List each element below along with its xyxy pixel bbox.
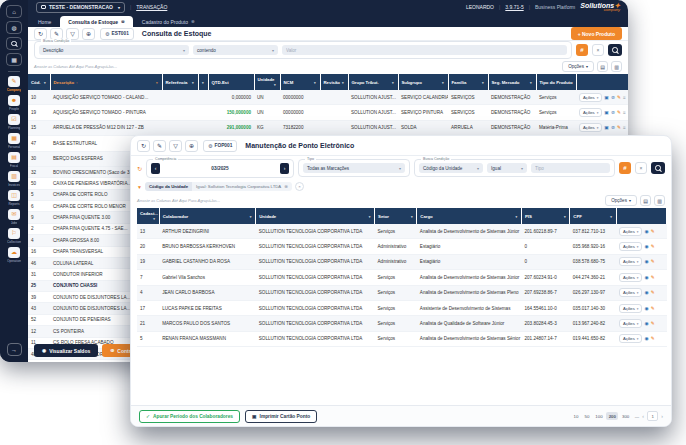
col-unidade[interactable]: Unidade [254,74,280,90]
filter-icon[interactable] [249,214,252,219]
user-button[interactable]: LEONARDO [466,4,494,10]
col-unidade[interactable]: Unidade [256,208,375,224]
col-pis[interactable]: PIS [522,208,570,224]
table-row[interactable]: 17 LUCAS PAPKE DE FREITAS SOLLUTION TECN… [137,300,667,315]
edit-icon[interactable]: ✎ [651,244,655,249]
sidebar-item[interactable]: ◫ Reports [7,190,22,206]
options-button[interactable]: Opções [605,195,637,206]
clear-all-filters-icon[interactable]: × [295,182,304,191]
col-blank[interactable] [198,74,208,90]
filter-icon[interactable] [609,214,612,219]
imprimir-cartao-button[interactable]: ▣Imprimir Cartão Ponto [245,410,317,423]
row-actions-button[interactable]: Ações [579,108,602,117]
view-icon[interactable]: ◉ [644,290,648,295]
filter-icon[interactable] [155,80,158,85]
add-icon[interactable]: ⊕ [185,140,198,152]
edit-icon[interactable]: ✎ [651,275,655,280]
clear-search-button[interactable]: × [635,162,647,174]
page-size-option[interactable]: 100 [593,412,605,420]
search-button[interactable] [608,44,622,56]
table-row[interactable]: 5 RENAN FRANCA MASSMANN SOLLUTION TECNOL… [137,331,667,346]
col-ncm[interactable]: NCM [280,74,320,90]
sidebar-item[interactable]: ▥ Invoices [7,171,22,187]
filter-icon[interactable] [191,80,194,85]
filter-icon[interactable] [410,214,413,219]
col-cpf[interactable]: CPF [570,208,616,224]
edit-icon[interactable]: ✎ [651,306,655,311]
row-actions-button[interactable]: Ações [619,304,642,313]
tab-consulta-estoque[interactable]: Consulta de Estoque ⊗ [60,16,133,27]
search-field-select[interactable]: Código da Unidade [419,163,483,173]
table-row[interactable]: 20 BRUNO BARBOSSA KERKHOVEN SOLLUTION TE… [137,239,667,254]
block-icon[interactable]: ⊘ [611,110,615,115]
col-qtd[interactable]: QTD-Est [208,74,254,90]
advanced-filter-button[interactable]: # [619,162,631,174]
edit-icon[interactable]: ✎ [50,28,63,40]
block-icon[interactable]: ⊘ [611,95,615,100]
page-size-option[interactable]: 200 [606,412,618,420]
row-actions-button[interactable]: Ações [619,242,642,251]
row-actions-button[interactable]: Ações [579,93,602,102]
clear-filter-icon[interactable]: ▽ [66,28,79,40]
table-row[interactable]: 21 MARCOS PAULO DOS SANTOS SOLLUTION TEC… [137,316,667,331]
search-operator-select[interactable]: Igual [487,163,527,173]
row-actions-button[interactable]: Ações [579,123,602,132]
filter-icon[interactable] [368,214,371,219]
search-icon[interactable] [6,37,22,50]
apurar-periodo-button[interactable]: ✓Apurar Período dos Colaboradores [139,410,240,423]
col-seg-mercado[interactable]: Seg. Mercado [488,74,536,90]
view-icon[interactable]: ◉ [644,259,648,264]
view-icon[interactable]: ◉ [644,275,648,280]
apps-icon[interactable]: ▦ [6,53,22,66]
row-actions-button[interactable]: Ações [619,334,642,343]
search-value-input[interactable] [282,45,567,55]
row-actions-button[interactable]: Ações [619,288,642,297]
add-icon[interactable]: ⊕ [82,28,95,40]
copy-icon[interactable]: ▥ [611,61,622,72]
tab-cadastro-produto[interactable]: Cadastro do Produto ⊗ [134,16,203,27]
col-cod[interactable]: Cód. [28,74,50,90]
col-grupo-tribut[interactable]: Grupo Tribut. [348,74,398,90]
row-actions-button[interactable]: Ações [619,227,642,236]
filter-icon[interactable] [391,80,394,85]
page-size-option[interactable]: 50 [582,412,592,420]
filter-icon[interactable] [441,80,444,85]
refresh-icon[interactable]: ↻ [137,140,150,152]
edit-icon[interactable]: ✎ [617,95,621,100]
table-row[interactable]: 7 Gabriel Vila Sanchos SOLLUTION TECNOLO… [137,270,667,285]
edit-icon[interactable]: ✎ [617,110,621,115]
sidebar-item[interactable]: ✉ Jobs [7,209,22,225]
row-actions-button[interactable]: Ações [619,319,642,328]
copy-icon[interactable]: ▥ [654,195,665,206]
sidebar-item[interactable]: ✎ Company [7,76,22,92]
export-icon[interactable]: ▤ [640,195,651,206]
sidebar-item[interactable]: ☻ People [7,95,22,111]
search-value-input[interactable] [531,163,610,173]
filter-icon[interactable] [341,80,344,85]
filter-icon[interactable] [152,216,155,221]
col-subgrupo[interactable]: Subgrupo [398,74,448,90]
edit-icon[interactable]: ✎ [651,290,655,295]
table-row[interactable]: 4 JEAN CARLO BARBOSA SOLLUTION TECNOLOGI… [137,285,667,300]
block-icon[interactable]: ⊘ [611,125,615,130]
search-button[interactable] [651,162,665,174]
company-selector[interactable]: TESTE - DEMONSTRACAO [36,2,125,13]
filter-icon[interactable] [515,214,518,219]
menu-icon[interactable]: ≡ [623,95,626,100]
current-page[interactable]: 1 [647,411,658,421]
table-row[interactable]: 19 GABRIEL CASTANHO DA ROSA SOLLUTION TE… [137,254,667,269]
view-icon[interactable]: ◉ [644,306,648,311]
sidebar-item[interactable]: ☑ Planning [7,114,22,130]
col-revisao[interactable]: Revisão [320,74,348,90]
new-product-button[interactable]: + Novo Produto [571,27,622,40]
filter-icon[interactable] [481,80,484,85]
page-size-option[interactable]: 10 [571,412,581,420]
row-actions-button[interactable]: Ações [619,273,642,282]
filter-icon[interactable] [563,214,566,219]
logout-icon[interactable]: → [7,343,22,356]
col-cargo[interactable]: Cargo [417,208,522,224]
sidebar-item[interactable]: ▤ Fiscal [7,152,22,168]
filter-icon[interactable] [201,80,204,85]
notifications-icon[interactable]: ◍ [6,21,22,34]
table-row[interactable]: 13 ARTHUR DEZINGRINI SOLLUTION TECNOLOGI… [137,224,667,239]
